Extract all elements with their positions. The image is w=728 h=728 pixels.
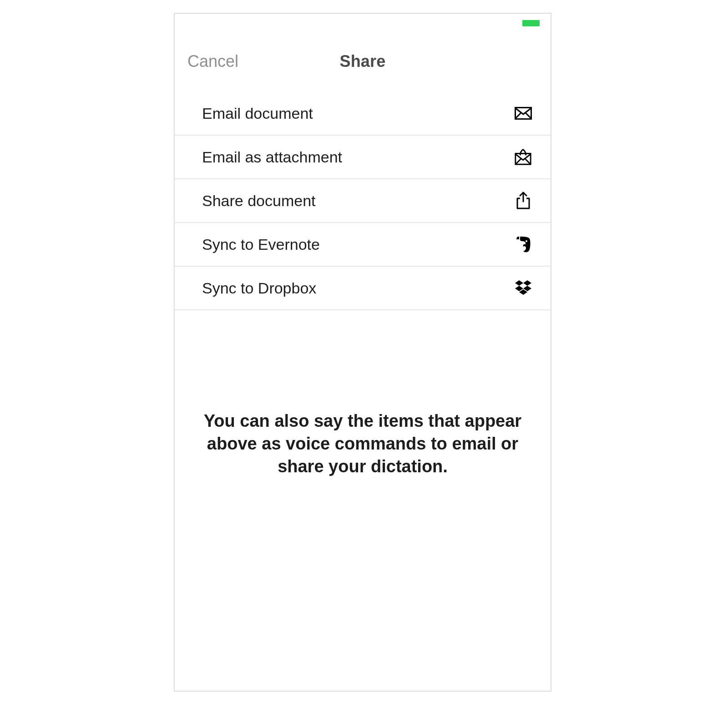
mail-icon [514, 104, 532, 122]
evernote-icon [514, 235, 532, 253]
svg-point-2 [526, 240, 527, 242]
page-title: Share [339, 52, 385, 71]
option-sync-evernote[interactable]: Sync to Evernote [175, 223, 551, 267]
voice-command-hint: You can also say the items that appear a… [193, 410, 532, 478]
option-sync-dropbox[interactable]: Sync to Dropbox [175, 267, 551, 310]
option-label: Sync to Evernote [202, 236, 320, 253]
status-indicator [522, 20, 540, 26]
share-options-list: Email document Email as attachment [175, 92, 551, 310]
option-label: Email document [202, 105, 313, 122]
share-sheet-screen: Cancel Share Email document Email as att… [174, 13, 551, 692]
option-label: Email as attachment [202, 148, 342, 166]
option-email-document[interactable]: Email document [175, 92, 551, 136]
cancel-button[interactable]: Cancel [187, 52, 238, 71]
share-icon [514, 192, 532, 210]
navigation-bar: Cancel Share [175, 42, 551, 81]
option-label: Sync to Dropbox [202, 279, 316, 297]
option-email-attachment[interactable]: Email as attachment [175, 136, 551, 179]
option-label: Share document [202, 192, 316, 210]
mail-attachment-icon [514, 148, 532, 166]
option-share-document[interactable]: Share document [175, 179, 551, 223]
dropbox-icon [514, 279, 532, 297]
